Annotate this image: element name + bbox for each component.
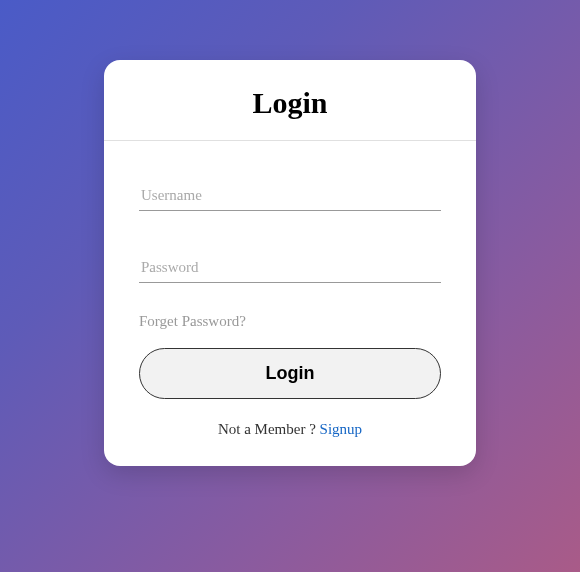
username-group bbox=[139, 181, 441, 211]
card-header: Login bbox=[104, 60, 476, 141]
forget-password-link[interactable]: Forget Password? bbox=[139, 313, 441, 330]
not-member-text: Not a Member ? bbox=[218, 421, 320, 437]
username-input[interactable] bbox=[139, 181, 441, 211]
page-title: Login bbox=[104, 86, 476, 120]
password-input[interactable] bbox=[139, 253, 441, 283]
login-card: Login Forget Password? Login Not a Membe… bbox=[104, 60, 476, 466]
signup-row: Not a Member ? Signup bbox=[139, 421, 441, 438]
login-button[interactable]: Login bbox=[139, 348, 441, 399]
password-group bbox=[139, 253, 441, 283]
signup-link[interactable]: Signup bbox=[320, 421, 363, 437]
card-body: Forget Password? Login Not a Member ? Si… bbox=[104, 141, 476, 466]
